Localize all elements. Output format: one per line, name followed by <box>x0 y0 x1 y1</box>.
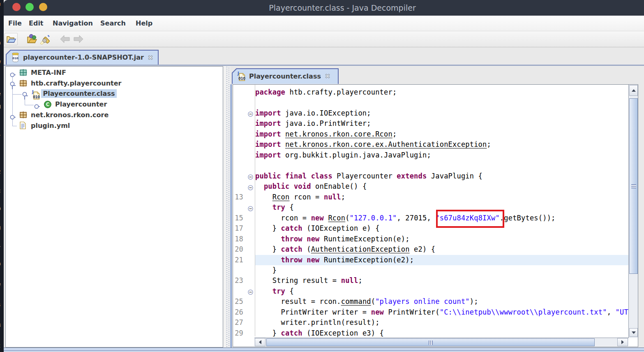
scroll-right-button[interactable] <box>617 338 628 346</box>
window-minimize-button[interactable] <box>25 3 34 11</box>
open-type-button[interactable] <box>25 33 38 45</box>
scroll-up-button[interactable] <box>629 85 638 96</box>
code-line: 23 String result = null; <box>233 276 628 286</box>
tree-item-htb-crafty-playercounter[interactable]: htb.crafty.playercounter <box>6 79 223 89</box>
fold-collapse-icon[interactable] <box>248 289 253 296</box>
tree-item-label: net.kronos.rkon.core <box>29 111 111 119</box>
open-file-icon <box>6 34 16 44</box>
line-number: 17 <box>233 223 243 234</box>
menu-search[interactable]: Search <box>100 16 126 31</box>
terminal-text-fragment: s <box>0 301 1 308</box>
splitter-grip-dots <box>226 66 230 347</box>
menubar: FileEditNavigationSearchHelp <box>4 16 644 31</box>
horizontal-scrollbar-thumb[interactable] <box>266 338 595 346</box>
menu-edit[interactable]: Edit <box>29 16 44 31</box>
terminal-text-fragment: t <box>0 343 1 349</box>
code-text: } <box>255 265 277 276</box>
terminal-text-fragment: w <box>0 58 1 65</box>
code-line: import java.io.PrintWriter; <box>233 118 628 129</box>
code-text: public void onEnable() { <box>255 181 367 192</box>
forward-arrow-icon <box>73 34 84 44</box>
horizontal-scrollbar[interactable] <box>254 338 628 346</box>
vertical-scrollbar[interactable] <box>628 85 638 338</box>
jar-file-icon: 010 <box>12 53 19 63</box>
tree-item-label: META-INF <box>29 68 68 77</box>
code-text: result = rcon.command("players online co… <box>255 296 478 307</box>
tree-item-label: plugin.yml <box>29 121 72 130</box>
line-number: 27 <box>233 317 243 328</box>
tab-playercounter-class[interactable]: J 010 Playercounter.class <box>232 68 339 84</box>
back-arrow-icon <box>59 34 71 44</box>
window-maximize-button[interactable] <box>39 3 47 11</box>
code-line: 27 writer.println(result); <box>233 317 628 328</box>
code-line: 29 } catch (IOException e3) { <box>233 328 628 338</box>
line-number: 15 <box>233 213 243 223</box>
jar-tab-label: playercounter-1.0-SNAPSHOT.jar <box>23 53 144 61</box>
code-line: 17 } catch (IOException e) { <box>233 223 628 234</box>
menu-navigation[interactable]: Navigation <box>53 16 93 31</box>
tree-item-meta-inf[interactable]: META-INF <box>6 68 223 79</box>
password-annotation-box <box>436 210 504 228</box>
fold-collapse-icon[interactable] <box>248 184 253 192</box>
svg-text:J: J <box>237 71 239 76</box>
screen: ujnweH/2c0g1aes8t Playercounter.class - … <box>0 0 644 352</box>
editor-tab-close-icon[interactable] <box>324 73 331 79</box>
search-button[interactable] <box>38 33 51 45</box>
line-number: 18 <box>233 234 243 244</box>
terminal-text-fragment: / <box>0 134 1 140</box>
code-text: throw new RuntimeException(e2); <box>255 255 414 265</box>
class-icon: C <box>44 100 52 110</box>
terminal-text-fragment: n <box>0 39 1 46</box>
back-button[interactable] <box>58 33 72 45</box>
terminal-text-fragment: e <box>0 281 1 287</box>
code-text: public final class Playercounter extends… <box>255 171 482 181</box>
code-line: } <box>233 265 628 276</box>
tree-item-playercounter-class[interactable]: J010Playercounter.class <box>6 89 223 100</box>
splitter-edge <box>230 66 232 347</box>
fold-collapse-icon[interactable] <box>248 205 253 213</box>
file-icon <box>19 121 26 131</box>
jar-tab-close-icon[interactable] <box>147 54 154 61</box>
terminal-text-fragment: 0 <box>0 206 1 212</box>
tree-item-net-kronos-rkon-core[interactable]: net.kronos.rkon.core <box>6 110 223 121</box>
thumb-grip <box>429 340 433 345</box>
menu-help[interactable]: Help <box>136 16 152 31</box>
tab-jar-file[interactable]: 010 playercounter-1.0-SNAPSHOT.jar <box>6 50 159 65</box>
package-teal-icon <box>19 69 27 78</box>
line-number: 29 <box>233 328 243 338</box>
tree-item-label: Playercounter.class <box>41 89 117 98</box>
menu-file[interactable]: File <box>8 16 22 31</box>
code-text: Rcon rcon = null; <box>255 192 345 202</box>
fold-collapse-icon[interactable] <box>248 111 253 118</box>
code-line: 18 throw new RuntimeException(e); <box>233 234 628 244</box>
split-pane-divider[interactable] <box>224 66 230 347</box>
line-number: 23 <box>233 276 243 286</box>
jar-structure-tree: META-INFhtb.crafty.playercounterJ010Play… <box>6 67 223 347</box>
jar-structure-panel: META-INFhtb.crafty.playercounterJ010Play… <box>5 66 223 347</box>
scroll-left-button[interactable] <box>255 338 265 346</box>
titlebar[interactable]: Playercounter.class - Java Decompiler <box>4 0 644 16</box>
code-text: import net.kronos.rkon.core.ex.Authentic… <box>255 139 491 150</box>
code-line: 20 } catch (AuthenticationException e2) … <box>233 244 628 255</box>
code-line <box>233 160 628 171</box>
code-line: 15 rcon = new Rcon("127.0.0.1", 27015, "… <box>233 213 628 223</box>
code-text: import java.io.PrintWriter; <box>255 118 371 129</box>
code-text: rcon = new Rcon("127.0.0.1", 27015, "s67… <box>255 213 556 223</box>
scroll-down-button[interactable] <box>629 328 638 337</box>
code-line: 21 throw new RuntimeException(e2); <box>233 255 628 265</box>
svg-text:010: 010 <box>33 95 40 99</box>
tree-item-plugin-yml[interactable]: plugin.yml <box>6 121 223 132</box>
forward-button[interactable] <box>72 33 85 45</box>
tree-item-playercounter[interactable]: CPlayercounter <box>6 100 223 110</box>
fold-collapse-icon[interactable] <box>248 174 253 181</box>
code-line: 26 PrintWriter writer = new PrintWriter(… <box>233 307 628 317</box>
source-code[interactable]: package htb.crafty.playercounter;import … <box>233 87 628 339</box>
window-close-button[interactable] <box>12 3 21 11</box>
terminal-text-fragment: 1 <box>0 242 1 248</box>
line-number: 25 <box>233 296 243 307</box>
code-text: } catch (AuthenticationException e2) { <box>255 244 435 255</box>
terminal-text-fragment: 8 <box>0 322 1 328</box>
vertical-scrollbar-thumb[interactable] <box>629 98 638 274</box>
code-text: writer.println(result); <box>255 317 380 328</box>
open-file-button[interactable] <box>5 33 18 45</box>
